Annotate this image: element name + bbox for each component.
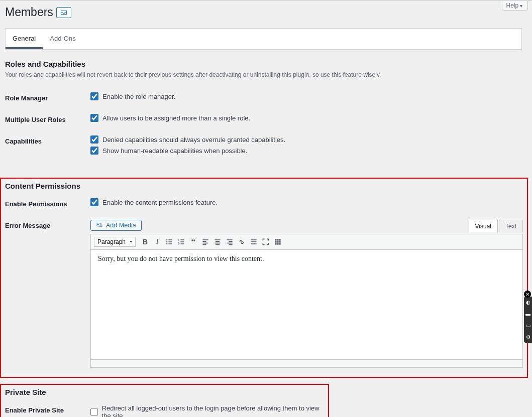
highlight-private-site: Private Site Enable Private Site Redirec… <box>0 384 329 417</box>
align-left-icon[interactable] <box>200 236 211 247</box>
checkbox-caps-readable-label[interactable]: Show human-readable capabilities when po… <box>102 147 247 155</box>
svg-rect-25 <box>251 239 256 240</box>
section-private: Private Site Enable Private Site Redirec… <box>5 388 324 417</box>
checkbox-multi-roles-label[interactable]: Allow users to be assigned more than a s… <box>102 114 250 122</box>
nav-tabs: General Add-Ons <box>5 28 522 50</box>
tab-addons[interactable]: Add-Ons <box>43 29 82 49</box>
row-capabilities-label: Capabilities <box>5 130 90 163</box>
section-roles: Roles and Capabilities Your roles and ca… <box>5 60 522 163</box>
media-icon <box>96 222 103 229</box>
side-widget-icon-2[interactable]: ▬ <box>525 311 530 317</box>
toolbar-toggle-icon[interactable] <box>272 236 283 247</box>
checkbox-enable-private[interactable] <box>90 408 98 416</box>
svg-rect-21 <box>227 239 232 240</box>
read-more-icon[interactable] <box>248 236 259 247</box>
svg-rect-10 <box>180 241 184 242</box>
add-media-button[interactable]: Add Media <box>90 220 142 231</box>
row-enable-private-label: Enable Private Site <box>5 399 90 417</box>
svg-rect-20 <box>216 244 220 245</box>
svg-point-1 <box>166 239 167 240</box>
svg-rect-2 <box>168 239 172 240</box>
svg-rect-32 <box>277 241 278 242</box>
section-roles-title: Roles and Capabilities <box>5 60 522 68</box>
numbered-list-icon[interactable]: 123 <box>176 236 187 247</box>
svg-rect-24 <box>229 244 232 245</box>
align-center-icon[interactable] <box>212 236 223 247</box>
section-content: Content Permissions Enable Permissions E… <box>5 182 523 373</box>
row-enable-permissions-label: Enable Permissions <box>5 193 90 215</box>
svg-rect-14 <box>202 241 206 242</box>
svg-rect-31 <box>275 241 276 242</box>
editor-tab-visual[interactable]: Visual <box>469 220 498 232</box>
close-icon[interactable]: ✕ <box>524 291 531 298</box>
svg-rect-18 <box>216 241 220 242</box>
bullet-list-icon[interactable] <box>164 236 175 247</box>
svg-rect-22 <box>229 241 232 242</box>
side-widget-icon-1[interactable]: ◐ <box>526 300 530 305</box>
svg-point-0 <box>97 224 99 225</box>
svg-rect-15 <box>202 243 208 244</box>
checkbox-caps-readable[interactable] <box>90 147 98 155</box>
editor: Visual Text Paragraph B I 123 <box>90 234 523 368</box>
svg-rect-12 <box>180 243 184 244</box>
row-role-manager-label: Role Manager <box>5 87 90 109</box>
format-select[interactable]: Paragraph <box>94 237 136 247</box>
side-widget-icon-3[interactable]: ▭ <box>526 323 530 328</box>
svg-rect-30 <box>279 239 280 240</box>
row-error-message-label: Error Message <box>5 215 90 373</box>
italic-icon[interactable]: I <box>152 236 163 247</box>
section-content-title: Content Permissions <box>5 182 523 190</box>
bold-icon[interactable]: B <box>140 236 151 247</box>
svg-rect-4 <box>168 241 172 242</box>
highlight-content-permissions: Content Permissions Enable Permissions E… <box>0 178 528 378</box>
checkbox-caps-denied[interactable] <box>90 135 98 144</box>
svg-rect-34 <box>275 243 276 244</box>
svg-rect-27 <box>251 243 256 244</box>
svg-rect-8 <box>180 239 184 240</box>
blockquote-icon[interactable]: “ <box>188 236 199 247</box>
checkbox-role-manager-label[interactable]: Enable the role manager. <box>102 93 175 100</box>
svg-rect-6 <box>168 243 172 244</box>
side-widget: ✕ ◐ ▬ ▭ ⚙ <box>524 297 532 343</box>
svg-rect-19 <box>215 243 220 244</box>
svg-rect-13 <box>202 239 208 240</box>
svg-rect-26 <box>251 241 256 242</box>
checkbox-enable-private-label[interactable]: Redirect all logged-out users to the log… <box>102 404 324 417</box>
checkbox-enable-permissions-label[interactable]: Enable the content permissions feature. <box>102 199 218 206</box>
tab-general[interactable]: General <box>6 29 43 49</box>
fullscreen-icon[interactable] <box>260 236 271 247</box>
editor-toolbar: Paragraph B I 123 “ <box>90 234 523 249</box>
svg-point-5 <box>166 243 167 244</box>
checkbox-role-manager[interactable] <box>90 92 98 100</box>
checkbox-caps-denied-label[interactable]: Denied capabilities should always overru… <box>102 136 285 144</box>
inbox-icon[interactable] <box>56 7 71 18</box>
svg-rect-29 <box>277 239 278 240</box>
svg-text:3: 3 <box>178 243 180 245</box>
gear-icon[interactable]: ⚙ <box>526 334 530 340</box>
page-title-text: Members <box>5 6 53 19</box>
section-private-title: Private Site <box>5 388 324 396</box>
editor-content[interactable]: Sorry, but you do not have permission to… <box>90 249 523 360</box>
align-right-icon[interactable] <box>224 236 235 247</box>
editor-tab-text[interactable]: Text <box>499 220 523 232</box>
checkbox-enable-permissions[interactable] <box>90 198 98 206</box>
checkbox-multi-roles[interactable] <box>90 114 98 122</box>
svg-rect-16 <box>202 244 206 245</box>
section-roles-desc: Your roles and capabilities will not rev… <box>5 71 522 78</box>
row-multi-roles-label: Multiple User Roles <box>5 109 90 130</box>
link-icon[interactable] <box>236 236 247 247</box>
page-title: Members <box>5 6 522 19</box>
add-media-label: Add Media <box>106 222 136 229</box>
svg-rect-28 <box>275 239 276 240</box>
svg-rect-35 <box>277 243 278 244</box>
svg-rect-36 <box>279 243 280 244</box>
help-tab[interactable]: Help <box>502 1 528 11</box>
svg-rect-23 <box>227 243 232 244</box>
svg-rect-33 <box>279 241 280 242</box>
editor-footer <box>90 360 523 368</box>
svg-point-3 <box>166 241 167 242</box>
svg-rect-17 <box>215 239 220 240</box>
